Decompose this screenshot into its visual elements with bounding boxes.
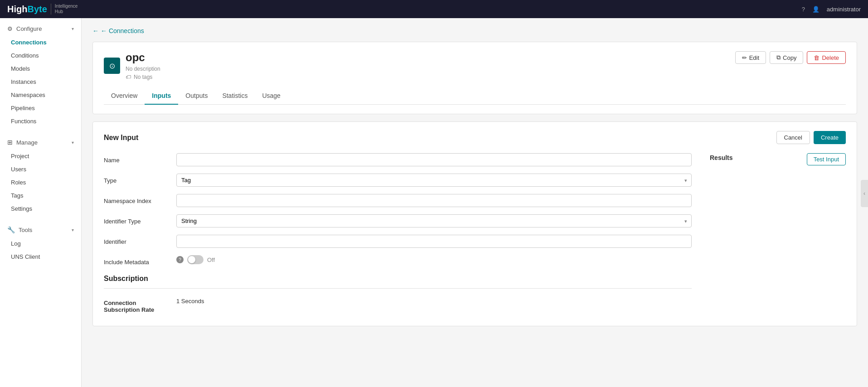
sidebar-item-namespaces[interactable]: Namespaces	[0, 88, 81, 102]
connection-name: opc	[126, 51, 160, 64]
pipelines-label: Pipelines	[11, 105, 35, 111]
sidebar-item-tags[interactable]: Tags	[0, 189, 81, 202]
uns-client-label: UNS Client	[11, 253, 40, 260]
sidebar-item-roles[interactable]: Roles	[0, 176, 81, 189]
sidebar-item-connections[interactable]: Connections	[0, 36, 81, 49]
tab-usage[interactable]: Usage	[255, 87, 287, 105]
connection-info: opc No description 🏷 No tags	[126, 51, 160, 80]
form-left: Name Type Tag Event	[104, 153, 692, 317]
namespaces-label: Namespaces	[11, 92, 45, 98]
subscription-divider	[104, 288, 692, 289]
identifier-control	[176, 235, 692, 248]
edit-button[interactable]: ✏ Edit	[735, 51, 766, 64]
new-input-form: Name Type Tag Event	[104, 153, 846, 317]
project-label: Project	[11, 153, 29, 160]
top-navigation: HighByte Intelligence Hub ? 👤 administra…	[0, 0, 868, 18]
sidebar-item-log[interactable]: Log	[0, 237, 81, 250]
sidebar-item-project[interactable]: Project	[0, 150, 81, 163]
help-icon[interactable]: ?	[176, 256, 184, 263]
functions-label: Functions	[11, 118, 36, 125]
namespace-index-input[interactable]	[176, 194, 692, 207]
tags-label: Tags	[11, 192, 23, 199]
create-button[interactable]: Create	[814, 131, 846, 144]
cancel-button[interactable]: Cancel	[776, 131, 810, 144]
identifier-input[interactable]	[176, 235, 692, 248]
edit-icon: ✏	[742, 54, 747, 61]
users-label: Users	[11, 166, 26, 173]
opc-icon: ⊙	[109, 62, 115, 70]
logo-high: High	[7, 4, 27, 14]
tab-overview[interactable]: Overview	[104, 87, 145, 105]
connection-tabs: Overview Inputs Outputs Statistics Usage	[104, 87, 846, 105]
identifier-type-select-wrapper: String Numeric Guid Opaque ▾	[176, 214, 692, 227]
delete-icon: 🗑	[814, 54, 820, 61]
sidebar-item-uns-client[interactable]: UNS Client	[0, 250, 81, 263]
connections-label: Connections	[11, 39, 47, 46]
namespace-index-control	[176, 194, 692, 207]
manage-chevron: ▾	[72, 140, 74, 145]
name-control	[176, 153, 692, 166]
identifier-type-select[interactable]: String Numeric Guid Opaque	[176, 214, 692, 227]
include-metadata-control: ? Off	[176, 255, 692, 264]
tab-statistics[interactable]: Statistics	[215, 87, 255, 105]
connection-card: ⊙ opc No description 🏷 No tags ✏ Ed	[92, 42, 857, 114]
tab-outputs[interactable]: Outputs	[178, 87, 215, 105]
sidebar-item-users[interactable]: Users	[0, 163, 81, 176]
type-row: Type Tag Event Alarm ▾	[104, 174, 692, 187]
test-input-button[interactable]: Test Input	[807, 153, 846, 165]
connection-icon: ⊙	[104, 58, 120, 74]
app-body: ⚙ Configure ▾ Connections Conditions Mod…	[0, 18, 868, 387]
tools-section: 🔧 Tools ▾ Log UNS Client	[0, 219, 81, 267]
configure-section: ⚙ Configure ▾ Connections Conditions Mod…	[0, 18, 81, 131]
configure-label: Configure	[16, 25, 72, 32]
logo-byte: Byte	[27, 4, 47, 14]
connection-header: ⊙ opc No description 🏷 No tags ✏ Ed	[104, 51, 846, 80]
include-metadata-toggle[interactable]	[187, 255, 204, 264]
tools-header[interactable]: 🔧 Tools ▾	[0, 223, 81, 237]
breadcrumb[interactable]: ← ← Connections	[92, 27, 857, 34]
conditions-label: Conditions	[11, 52, 39, 59]
help-button[interactable]: ?	[802, 6, 805, 13]
identifier-label: Identifier	[104, 235, 176, 245]
tag-icon: 🏷	[126, 74, 131, 80]
namespace-index-row: Namespace Index	[104, 194, 692, 207]
identifier-type-control: String Numeric Guid Opaque ▾	[176, 214, 692, 227]
log-label: Log	[11, 240, 21, 247]
copy-button[interactable]: ⧉ Copy	[770, 51, 803, 64]
type-select[interactable]: Tag Event Alarm	[176, 174, 692, 187]
new-input-title: New Input	[104, 134, 138, 142]
manage-header[interactable]: ⊞ Manage ▾	[0, 135, 81, 150]
edit-label: Edit	[749, 54, 759, 61]
instances-label: Instances	[11, 78, 36, 85]
name-input[interactable]	[176, 153, 692, 166]
tags-text: No tags	[134, 74, 152, 80]
sidebar-item-conditions[interactable]: Conditions	[0, 49, 81, 62]
delete-button[interactable]: 🗑 Delete	[807, 51, 846, 64]
manage-label: Manage	[16, 139, 72, 146]
sidebar-item-functions[interactable]: Functions	[0, 115, 81, 128]
type-control: Tag Event Alarm ▾	[176, 174, 692, 187]
manage-section: ⊞ Manage ▾ Project Users Roles Tags Sett…	[0, 131, 81, 219]
sidebar-item-instances[interactable]: Instances	[0, 75, 81, 88]
sidebar-item-pipelines[interactable]: Pipelines	[0, 102, 81, 115]
sidebar-item-models[interactable]: Models	[0, 62, 81, 75]
namespace-index-label: Namespace Index	[104, 194, 176, 204]
configure-header[interactable]: ⚙ Configure ▾	[0, 22, 81, 36]
logo: HighByte	[7, 4, 47, 15]
main-content: ← ← Connections ⊙ opc No description 🏷 N…	[82, 18, 868, 387]
copy-icon: ⧉	[776, 54, 781, 61]
subscription-rate-label: ConnectionSubscription Rate	[104, 296, 176, 313]
tools-icon: 🔧	[7, 226, 15, 233]
new-input-actions: Cancel Create	[776, 131, 846, 144]
logo-area: HighByte Intelligence Hub	[7, 4, 78, 15]
tab-inputs[interactable]: Inputs	[145, 87, 178, 105]
right-panel-toggle[interactable]: ‹	[861, 180, 868, 207]
name-row: Name	[104, 153, 692, 166]
subscription-title: Subscription	[104, 275, 692, 283]
breadcrumb-label: ← Connections	[101, 27, 144, 34]
delete-label: Delete	[822, 54, 839, 61]
name-label: Name	[104, 153, 176, 164]
sidebar: ⚙ Configure ▾ Connections Conditions Mod…	[0, 18, 82, 387]
sidebar-item-settings[interactable]: Settings	[0, 202, 81, 215]
gear-icon: ⚙	[7, 25, 13, 32]
